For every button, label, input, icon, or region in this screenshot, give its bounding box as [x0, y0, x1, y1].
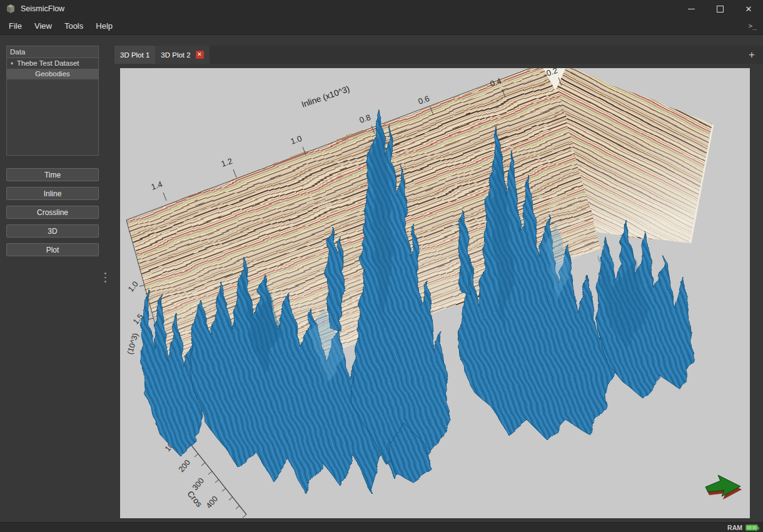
menu-file[interactable]: File	[3, 19, 28, 33]
tab-bar: 3D Plot 1 3D Plot 2 ✕ +	[114, 46, 763, 64]
window-controls: ✕	[677, 0, 763, 18]
new-tab-button[interactable]: +	[740, 49, 763, 61]
tab-label: 3D Plot 2	[161, 51, 190, 59]
tab-3d-plot-2[interactable]: 3D Plot 2 ✕	[155, 46, 209, 64]
menu-help[interactable]: Help	[89, 19, 119, 33]
title-bar: SeismicFlow ✕	[0, 0, 763, 18]
maximize-button[interactable]	[705, 0, 734, 18]
tree-item-geobodies[interactable]: Geobodies	[7, 69, 98, 79]
inline-button[interactable]: Inline	[6, 187, 99, 200]
sidebar-splitter-handle[interactable]	[104, 273, 106, 283]
main-panel: 3D Plot 1 3D Plot 2 ✕ +	[114, 35, 763, 522]
time-button[interactable]: Time	[6, 168, 99, 181]
menu-tools[interactable]: Tools	[58, 19, 89, 33]
minimize-icon	[688, 9, 695, 9]
tree-item-label: Thebe Test Dataset	[17, 58, 79, 69]
minimize-button[interactable]	[677, 0, 705, 18]
data-panel-header: Data	[7, 46, 98, 58]
menu-bar: File View Tools Help >_	[0, 18, 763, 35]
tab-label: 3D Plot 1	[120, 51, 149, 59]
threed-button[interactable]: 3D	[6, 224, 99, 238]
plot-button[interactable]: Plot	[6, 243, 99, 256]
app-logo-icon	[6, 4, 16, 14]
maximize-icon	[717, 6, 724, 13]
close-icon: ✕	[745, 4, 752, 14]
chevron-down-icon[interactable]: ▾	[7, 58, 17, 69]
status-bar: RAM	[0, 522, 763, 532]
tree-item-label: Geobodies	[35, 69, 70, 79]
crossline-button[interactable]: Crossline	[6, 206, 99, 219]
window-title: SeismicFlow	[21, 4, 64, 13]
terminal-icon[interactable]: >_	[749, 22, 757, 30]
tab-close-icon[interactable]: ✕	[196, 51, 204, 59]
3d-viewport[interactable]: 1.4 1.2 1.0 0.8 0.6 0.4 0.2 Inline (x10^…	[120, 68, 750, 518]
menu-view[interactable]: View	[28, 19, 58, 33]
content-area: Data ▾ Thebe Test Dataset Geobodies Time…	[0, 35, 763, 522]
ram-indicator-icon	[745, 524, 758, 531]
data-panel: Data ▾ Thebe Test Dataset Geobodies	[6, 46, 99, 156]
tree-item-dataset[interactable]: ▾ Thebe Test Dataset	[7, 58, 98, 69]
close-button[interactable]: ✕	[734, 0, 763, 18]
ram-label: RAM	[727, 524, 742, 531]
3d-plot-canvas: 1.4 1.2 1.0 0.8 0.6 0.4 0.2 Inline (x10^…	[120, 68, 750, 518]
sidebar: Data ▾ Thebe Test Dataset Geobodies Time…	[0, 35, 114, 522]
sidebar-buttons: Time Inline Crossline 3D Plot	[0, 168, 114, 256]
tab-3d-plot-1[interactable]: 3D Plot 1	[114, 46, 155, 64]
